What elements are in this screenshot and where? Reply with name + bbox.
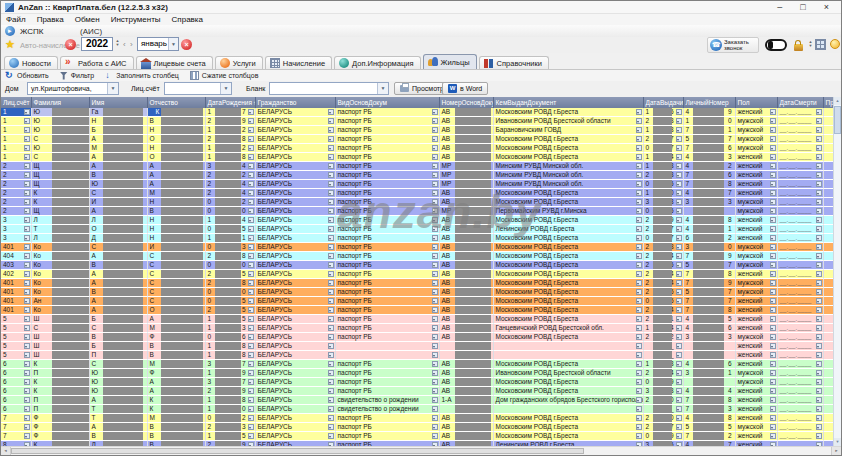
filter-icon[interactable] — [328, 109, 334, 115]
filter-icon[interactable] — [328, 298, 334, 304]
filter-icon[interactable] — [816, 199, 822, 205]
to-word-button[interactable]: в Word — [442, 82, 488, 95]
filter-icon[interactable] — [676, 280, 682, 286]
table-row[interactable]: 1ЮМН12БЕЛАРУСЬпаспорт РБАВМосковским РОВ… — [1, 144, 835, 153]
filter-icon[interactable] — [432, 352, 438, 358]
table-row[interactable]: 6КСМ37БЕЛАРУСЬпаспорт РБАВМосковским РОВ… — [1, 360, 835, 369]
filter-icon[interactable] — [770, 181, 776, 187]
filter-icon[interactable] — [248, 334, 254, 340]
menu-tools[interactable]: Инструменты — [111, 15, 161, 24]
table-row[interactable]: 7ФАВ23БЕЛАРУСЬпаспорт РБАВМосковским РОВ… — [1, 423, 835, 432]
filter-icon[interactable] — [24, 406, 30, 412]
table-row[interactable]: 1САО18БЕЛАРУСЬпаспорт РБАВМосковским РОВ… — [1, 153, 835, 162]
filter-icon[interactable] — [816, 298, 822, 304]
filter-icon[interactable] — [770, 280, 776, 286]
filter-icon[interactable] — [636, 154, 642, 160]
filter-icon[interactable] — [24, 226, 30, 232]
filter-icon[interactable] — [432, 136, 438, 142]
filter-icon[interactable] — [676, 235, 682, 241]
table-row[interactable]: 6ПАК18БЕЛАРУСЬсвидетельство о рождении1-… — [1, 396, 835, 405]
filter-icon[interactable] — [328, 127, 334, 133]
filter-icon[interactable] — [770, 370, 776, 376]
filter-icon[interactable] — [328, 235, 334, 241]
column-header[interactable]: ДатаСмерти — [777, 97, 823, 108]
filter-icon[interactable] — [816, 244, 822, 250]
filter-icon[interactable] — [636, 415, 642, 421]
filter-icon[interactable] — [328, 334, 334, 340]
filter-icon[interactable] — [636, 244, 642, 250]
filter-icon[interactable] — [432, 253, 438, 259]
filter-icon[interactable] — [328, 352, 334, 358]
filter-icon[interactable] — [328, 397, 334, 403]
filter-icon[interactable] — [636, 352, 642, 358]
filter-icon[interactable] — [248, 235, 254, 241]
filter-icon[interactable] — [770, 325, 776, 331]
filter-icon[interactable] — [636, 397, 642, 403]
filter-icon[interactable] — [676, 163, 682, 169]
filter-icon[interactable] — [432, 163, 438, 169]
table-row[interactable]: 5ШБА15БЕЛАРУСЬпаспорт РБАВМосковским РОВ… — [1, 315, 835, 324]
vertical-scroll-thumb[interactable] — [834, 106, 841, 134]
table-row[interactable]: 6КЮА29БЕЛАРУСЬпаспорт РБАВМосковским РОВ… — [1, 387, 835, 396]
table-row[interactable]: 6ПЮФ19БЕЛАРУСЬпаспорт РБАВИвановским РОВ… — [1, 369, 835, 378]
filter-icon[interactable] — [676, 433, 682, 439]
toggle-switch-icon[interactable] — [765, 39, 787, 51]
filter-icon[interactable] — [816, 415, 822, 421]
filter-icon[interactable] — [676, 199, 682, 205]
filter-icon[interactable] — [770, 118, 776, 124]
filter-icon[interactable] — [816, 325, 822, 331]
filter-icon[interactable] — [770, 127, 776, 133]
lock-icon[interactable] — [794, 44, 803, 51]
table-row[interactable]: 6ПТК10БЕЛАРУСЬсвидетельство о рождении_7… — [1, 405, 835, 414]
table-row[interactable]: 5ССМ13БЕЛАРУСЬпаспорт РБАВГанцевичский Р… — [1, 324, 835, 333]
month-select[interactable]: январь — [137, 37, 179, 51]
filter-icon[interactable] — [432, 406, 438, 412]
filter-icon[interactable] — [816, 109, 822, 115]
filter-icon[interactable] — [676, 226, 682, 232]
filter-icon[interactable] — [24, 379, 30, 385]
table-row[interactable]: 2ЩВА22БЕЛАРУСЬпаспорт РБМРМинским РУВД М… — [1, 171, 835, 180]
filter-icon[interactable] — [636, 424, 642, 430]
filter-icon[interactable] — [636, 235, 642, 241]
filter-icon[interactable] — [248, 415, 254, 421]
table-row[interactable]: 404КоАС28БЕЛАРУСЬпаспорт РБАВМосковским … — [1, 252, 835, 261]
filter-icon[interactable] — [816, 424, 822, 430]
filter-icon[interactable] — [770, 343, 776, 349]
refresh-button[interactable]: Обновить — [5, 71, 49, 80]
filter-icon[interactable] — [770, 199, 776, 205]
filter-icon[interactable] — [24, 109, 30, 115]
filter-icon[interactable] — [328, 145, 334, 151]
organization-name[interactable]: ЖСПК — [20, 27, 72, 36]
filter-icon[interactable] — [770, 163, 776, 169]
filter-icon[interactable] — [676, 262, 682, 268]
filter-icon[interactable] — [816, 379, 822, 385]
filter-icon[interactable] — [328, 244, 334, 250]
minimize-button[interactable]: – — [777, 2, 782, 13]
filter-icon[interactable] — [770, 316, 776, 322]
filter-button[interactable]: Фильтр — [60, 72, 95, 80]
filter-icon[interactable] — [328, 343, 334, 349]
filter-icon[interactable] — [24, 361, 30, 367]
filter-icon[interactable] — [770, 424, 776, 430]
filter-icon[interactable] — [328, 388, 334, 394]
filter-icon[interactable] — [636, 181, 642, 187]
filter-icon[interactable] — [328, 415, 334, 421]
filter-icon[interactable] — [24, 271, 30, 277]
filter-icon[interactable] — [248, 181, 254, 187]
filter-icon[interactable] — [248, 262, 254, 268]
filter-icon[interactable] — [816, 406, 822, 412]
filter-icon[interactable] — [636, 361, 642, 367]
filter-icon[interactable] — [676, 406, 682, 412]
filter-icon[interactable] — [676, 136, 682, 142]
filter-icon[interactable] — [676, 244, 682, 250]
lightbulb-icon[interactable] — [830, 39, 840, 49]
filter-icon[interactable] — [24, 199, 30, 205]
filter-icon[interactable] — [248, 217, 254, 223]
filter-icon[interactable] — [676, 181, 682, 187]
previous-month-button[interactable]: ‹ — [123, 40, 126, 49]
filter-icon[interactable] — [636, 127, 642, 133]
column-header[interactable]: НомерОсновДокум — [439, 97, 493, 108]
filter-icon[interactable] — [248, 172, 254, 178]
scroll-up-icon[interactable]: ▲ — [834, 97, 841, 105]
filter-icon[interactable] — [816, 433, 822, 439]
